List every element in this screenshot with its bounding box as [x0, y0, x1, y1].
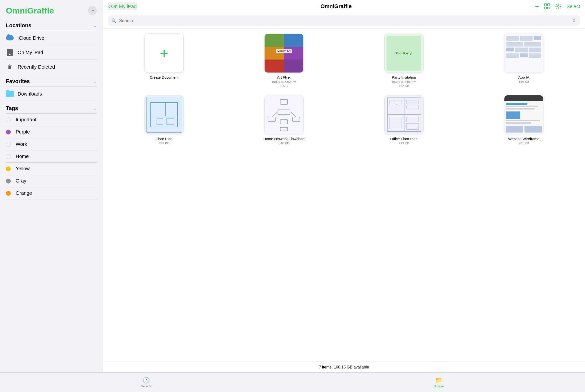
sidebar-item-icloud[interactable]: iCloud Drive: [0, 31, 103, 45]
svg-rect-1: [548, 4, 550, 6]
network-info: Home Network Flowchart 516 KB: [263, 137, 304, 145]
tag-item-gray[interactable]: Gray: [0, 175, 103, 187]
file-item-network[interactable]: Home Network Flowchart 516 KB: [228, 95, 340, 145]
file-item-app-ia[interactable]: App IA 160 KB: [468, 34, 580, 88]
svg-rect-6: [151, 102, 165, 116]
add-button[interactable]: +: [535, 2, 539, 10]
gray-label: Gray: [16, 178, 26, 184]
file-item-office-plan[interactable]: Office Floor Plan 213 KB: [348, 95, 460, 145]
yellow-label: Yellow: [16, 166, 30, 172]
tag-item-important[interactable]: Important: [0, 114, 103, 126]
file-item-party[interactable]: Pool Party! Party Invitation Today at 4:…: [348, 34, 460, 88]
create-name: Create Document: [150, 75, 178, 80]
sidebar-item-downloads[interactable]: Downloads: [0, 87, 103, 101]
app-ia-size: 160 KB: [518, 80, 530, 84]
network-name: Home Network Flowchart: [263, 137, 304, 141]
tag-item-purple[interactable]: Purple: [0, 126, 103, 138]
create-plus-icon: +: [160, 46, 168, 60]
floor-plan-svg: [150, 101, 179, 128]
app-ia-name: App IA: [518, 75, 530, 80]
office-plan-size: 213 KB: [390, 141, 418, 145]
recents-icon: 🕐: [142, 377, 150, 384]
home-label: Home: [16, 154, 29, 159]
nav-actions: + Select: [535, 2, 580, 10]
file-item-floor-plan[interactable]: Floor Plan 229 KB: [108, 95, 220, 145]
locations-chevron-icon[interactable]: ⌄: [93, 23, 97, 28]
tag-item-orange[interactable]: Orange: [0, 187, 103, 199]
orange-label: Orange: [16, 190, 32, 196]
tab-recents[interactable]: 🕐 Recents: [0, 373, 292, 392]
tags-chevron-icon[interactable]: ⌄: [93, 106, 97, 111]
tags-title: Tags: [6, 105, 18, 112]
file-item-create[interactable]: + Create Document: [108, 34, 220, 88]
party-name: Party Invitation: [392, 75, 416, 80]
wireframe-size: 201 KB: [508, 141, 540, 145]
art-flyer-date: Today at 5:02 PM: [272, 80, 296, 84]
svg-rect-2: [544, 7, 546, 9]
back-label: On My iPad: [111, 4, 136, 9]
ipad-label: On My iPad: [18, 50, 43, 55]
file-item-art-flyer[interactable]: Modern Art Art Flyer Today at 5:02 PM 1 …: [228, 34, 340, 88]
favorites-chevron-icon[interactable]: ⌄: [93, 79, 97, 84]
sidebar-item-ipad[interactable]: On My iPad: [0, 45, 103, 60]
more-options-button[interactable]: ···: [88, 6, 97, 15]
wireframe-info: Website Wireframe 201 KB: [508, 137, 540, 145]
svg-rect-29: [407, 100, 419, 104]
purple-label: Purple: [16, 129, 30, 135]
gray-dot-icon: [6, 178, 11, 184]
select-label: Select: [566, 4, 580, 9]
tag-item-work[interactable]: Work: [0, 138, 103, 150]
tag-item-yellow[interactable]: Yellow: [0, 163, 103, 175]
locations-title: Locations: [6, 22, 31, 29]
back-button[interactable]: ‹ On My iPad: [108, 3, 137, 10]
sidebar-app-title: OmniGraffle: [6, 6, 54, 16]
svg-line-15: [291, 112, 296, 117]
locations-section: Locations ⌄: [0, 18, 103, 30]
work-dot-icon: [6, 142, 11, 147]
art-flyer-size: 1 MB: [272, 84, 296, 88]
tag-orange-divider: [6, 199, 97, 200]
office-plan-svg: [386, 97, 422, 132]
file-item-wireframe[interactable]: Website Wireframe 201 KB: [468, 95, 580, 145]
microphone-icon[interactable]: 🎙: [572, 18, 577, 24]
tags-header: Tags ⌄: [6, 101, 97, 114]
tab-bar: 🕐 Recents 📁 Browse: [0, 372, 585, 392]
tag-item-home[interactable]: Home: [0, 150, 103, 162]
file-grid: + Create Document: [108, 34, 580, 145]
svg-rect-27: [390, 100, 396, 105]
locations-header: Locations ⌄: [6, 18, 97, 30]
app-ia-thumbnail: [504, 34, 543, 73]
svg-rect-18: [280, 120, 288, 124]
sidebar: OmniGraffle ··· Locations ⌄ iCloud Drive…: [0, 0, 103, 372]
sidebar-item-trash[interactable]: 🗑 Recently Deleted: [0, 60, 103, 74]
svg-rect-13: [278, 110, 290, 115]
view-options-button[interactable]: [544, 3, 550, 10]
browse-label: Browse: [434, 385, 444, 388]
svg-rect-31: [390, 117, 402, 129]
svg-rect-17: [268, 117, 275, 122]
nav-bar: ‹ On My iPad OmniGraffle +: [103, 0, 585, 13]
network-svg: [267, 98, 301, 132]
tab-browse[interactable]: 📁 Browse: [292, 373, 585, 392]
party-size: 152 KB: [392, 84, 416, 88]
app-ia-info: App IA 160 KB: [518, 75, 530, 84]
work-label: Work: [16, 141, 27, 147]
grid-icon: [544, 3, 550, 10]
home-dot-icon: [6, 154, 11, 159]
art-flyer-thumbnail: Modern Art: [264, 34, 304, 73]
settings-button[interactable]: [555, 3, 562, 10]
wireframe-thumbnail: [504, 95, 543, 134]
plus-icon: +: [535, 2, 539, 10]
search-bar-container: 🔍 🎙: [103, 13, 585, 29]
svg-rect-28: [397, 100, 402, 105]
downloads-icon: [6, 90, 14, 98]
svg-line-14: [272, 112, 276, 117]
svg-rect-3: [548, 7, 550, 9]
gear-icon: [555, 3, 562, 10]
svg-rect-32: [407, 117, 419, 122]
search-input[interactable]: [119, 18, 569, 23]
browse-icon: 📁: [435, 377, 442, 384]
select-button[interactable]: Select: [566, 4, 580, 9]
network-size: 516 KB: [263, 141, 304, 145]
office-plan-info: Office Floor Plan 213 KB: [390, 137, 418, 145]
